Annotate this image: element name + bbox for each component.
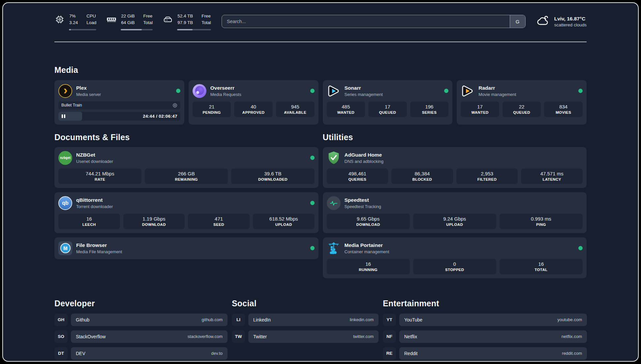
app-card-plex[interactable]: PlexMedia serverBullet Train24:44 / 02:0… (54, 80, 184, 125)
app-card-header: nzbgetNZBGetUsenet downloader (58, 151, 315, 165)
stat-label: DOWNLOADED (233, 177, 312, 181)
stat-label: AVAILABLE (278, 110, 313, 114)
app-name: File Browser (76, 242, 122, 248)
link-row-dev[interactable]: DEVdev.to (71, 347, 228, 360)
app-card-header: SpeedtestSpeedtest Tracking (327, 196, 583, 210)
app-card-radarr[interactable]: RadarrMovie management17WANTED22QUEUED83… (457, 80, 587, 125)
link-name: YouTube (404, 317, 422, 322)
stat-label: STOPPED (415, 268, 494, 272)
stat-label: LEECH (60, 223, 118, 227)
link-item-twitter: TWTwittertwitter.com (232, 330, 379, 343)
link-row-stackoverflow[interactable]: StackOverflowstackoverflow.com (71, 330, 228, 343)
stat-tile-queued: 22QUEUED (503, 102, 541, 117)
section-title-entertainment: Entertainment (383, 299, 587, 308)
stat-tile-queries: 498,461QUERIES (327, 168, 388, 184)
link-row-linkedin[interactable]: LinkedInlinkedin.com (248, 314, 379, 326)
stat-label: MOVIES (546, 110, 581, 114)
link-item-youtube: YTYouTubeyoutube.com (383, 314, 587, 326)
stat-row: 21PENDING40APPROVED945AVAILABLE (193, 102, 315, 117)
search-box[interactable]: G (222, 15, 526, 28)
search-input[interactable] (222, 15, 510, 28)
stat-label: BLOCKED (393, 177, 451, 181)
app-meta: NZBGetUsenet downloader (76, 152, 113, 164)
stat-value: 86,384 (393, 171, 451, 176)
app-card-header: Media PortainerContainer management (327, 241, 583, 255)
app-card-nzbget[interactable]: nzbgetNZBGetUsenet downloader744.21 Mbps… (54, 147, 319, 188)
link-sections: DeveloperGHGithubgithub.comSOStackOverfl… (54, 299, 587, 360)
link-row-twitter[interactable]: Twittertwitter.com (248, 330, 379, 343)
stat-tile-available: 945AVAILABLE (276, 102, 315, 117)
link-row-youtube[interactable]: YouTubeyoutube.com (399, 314, 587, 326)
app-description: Movie management (478, 92, 516, 97)
disk-text: 52.4 TB 97.9 TB Free Total (177, 13, 211, 26)
link-list: LILinkedInlinkedin.comTWTwittertwitter.c… (232, 314, 379, 343)
stat-tile-remaining: 266 GBREMAINING (145, 168, 228, 184)
nzbget-icon: nzbget (58, 151, 72, 165)
stat-value: 21 (195, 104, 229, 109)
weather-condition: scattered clouds (554, 22, 587, 27)
stat-tile-filtered: 2,953FILTERED (456, 168, 518, 184)
section-title-utilities: Utilities (323, 133, 587, 142)
stat-tile-wanted: 17WANTED (461, 102, 499, 117)
cpu-usage-label: CPU (86, 13, 96, 19)
app-card-header: OverseerrMedia Requests (193, 84, 315, 98)
now-playing-settings-icon[interactable] (172, 103, 177, 108)
link-item-stackoverflow: SOStackOverflowstackoverflow.com (54, 330, 228, 343)
app-name: Sonarr (345, 85, 383, 91)
stat-label: SERIES (412, 110, 447, 114)
stat-row: 16RUNNING0STOPPED16TOTAL (327, 259, 583, 274)
stat-label: RATE (60, 177, 139, 181)
app-meta: Media PortainerContainer management (345, 242, 389, 254)
stat-value: 39.6 TB (233, 171, 312, 176)
stat-tile-approved: 40APPROVED (234, 102, 273, 117)
stat-value: 40 (236, 104, 271, 109)
app-card-adguard[interactable]: AdGuard HomeDNS and adblocking498,461QUE… (323, 147, 587, 188)
app-description: Usenet downloader (76, 159, 113, 164)
stat-row: 498,461QUERIES86,384BLOCKED2,953FILTERED… (327, 168, 583, 184)
now-playing-time: 24:44 / 02:06:47 (143, 114, 180, 119)
app-meta: RadarrMovie management (478, 85, 516, 97)
link-abbr-badge: TW (232, 330, 245, 343)
header-divider (54, 42, 587, 42)
search-provider-button[interactable]: G (510, 15, 525, 28)
app-name: Speedtest (345, 197, 381, 203)
link-list: YTYouTubeyoutube.comNFNetflixnetflix.com… (383, 314, 587, 360)
stat-tile-ping: 0.993 msPING (500, 214, 583, 229)
app-card-portainer[interactable]: Media PortainerContainer management16RUN… (323, 237, 587, 278)
link-row-reddit[interactable]: Redditreddit.com (399, 347, 587, 360)
disk-free-label: Free (201, 13, 211, 19)
now-playing-progress-bar[interactable]: 24:44 / 02:06:47 (58, 112, 180, 121)
status-dot-online (578, 89, 583, 93)
app-card-filebrowser[interactable]: File BrowserMedia File Management (54, 237, 319, 259)
stat-tile-running: 16RUNNING (327, 259, 410, 274)
overseerr-icon (193, 84, 206, 98)
link-abbr-badge: NF (383, 330, 396, 343)
stat-label: DOWNLOAD (125, 223, 183, 227)
memory-free-value: 22 GiB (121, 13, 135, 19)
link-row-github[interactable]: Githubgithub.com (71, 314, 228, 326)
app-name: Plex (76, 85, 101, 91)
app-card-qbittorrent[interactable]: qbqBittorrentTorrent downloader16LEECH1.… (54, 192, 319, 233)
stat-value: 945 (278, 104, 313, 109)
app-description: Container management (345, 249, 389, 254)
link-name: LinkedIn (253, 317, 271, 322)
app-meta: PlexMedia server (76, 85, 101, 97)
app-card-sonarr[interactable]: SonarrSeries management485WANTED17QUEUED… (323, 80, 453, 125)
app-card-overseerr[interactable]: OverseerrMedia Requests21PENDING40APPROV… (189, 80, 319, 125)
section-title-media: Media (54, 65, 587, 75)
link-row-netflix[interactable]: Netflixnetflix.com (399, 330, 587, 343)
memory-total-label: Total (143, 19, 153, 26)
app-card-header: qbqBittorrentTorrent downloader (58, 196, 315, 210)
app-card-speedtest[interactable]: SpeedtestSpeedtest Tracking9.65 GbpsDOWN… (323, 192, 587, 233)
link-url: youtube.com (558, 317, 582, 322)
speedtest-icon (327, 196, 341, 210)
link-name: Reddit (404, 351, 417, 356)
cpu-widget: 7% 3.24 CPU Load (54, 13, 96, 30)
pause-icon[interactable] (62, 114, 65, 118)
stat-tile-series: 196SERIES (410, 102, 449, 117)
stat-row: 9.65 GbpsDOWNLOAD9.24 GbpsUPLOAD0.993 ms… (327, 214, 583, 229)
stat-label: LATENCY (523, 177, 581, 181)
app-description: Media Requests (210, 92, 241, 97)
cpu-progress-bar (69, 29, 96, 30)
stat-label: RUNNING (329, 268, 408, 272)
